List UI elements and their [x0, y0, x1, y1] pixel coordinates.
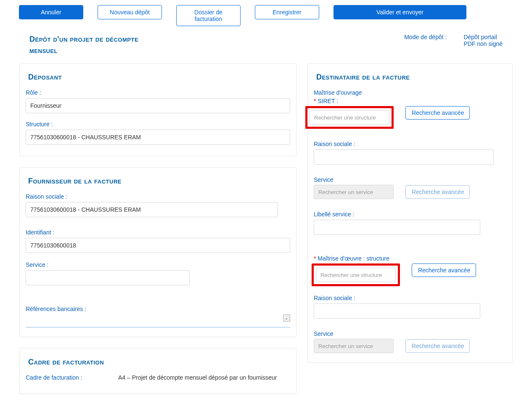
required-star-icon: *: [314, 255, 316, 262]
service2-advanced-search-button[interactable]: Recherche avancée: [405, 339, 470, 353]
fourn-refbanc-label: Références bancaires :: [26, 306, 290, 312]
dest-raison2-label: Raison sociale :: [314, 295, 506, 301]
service2-header: Service: [314, 330, 506, 337]
page-title: Dépôt d'un projet de décompte mensuel: [29, 34, 139, 56]
fourn-service-input[interactable]: [26, 270, 190, 285]
deposit-mode-line1: Dépôt portail: [463, 34, 503, 40]
page-header: Dépôt d'un projet de décompte mensuel Mo…: [13, 31, 519, 59]
card-deposant: Déposant Rôle : Structure :: [19, 63, 296, 156]
fourn-identifiant-label: Identifiant :: [26, 229, 290, 236]
moe-label-text: Maîtrise d'œuvre : structure: [318, 255, 389, 262]
card-destinataire: Destinataire de la facture Maîtrise d'ou…: [307, 63, 513, 363]
siret-advanced-search-button[interactable]: Recherche avancée: [405, 106, 470, 120]
deposit-mode-value: Dépôt portail PDF non signé: [463, 34, 503, 47]
card-cadre: Cadre de facturation Cadre de facturatio…: [19, 348, 296, 394]
dest-raison2-input[interactable]: [314, 303, 480, 319]
role-label: Rôle :: [26, 89, 290, 96]
validate-send-button[interactable]: Valider et envoyer: [333, 5, 466, 19]
cancel-button[interactable]: Annuler: [19, 5, 83, 19]
service2-search-input[interactable]: [314, 339, 394, 353]
libelle-service-input[interactable]: [314, 220, 480, 235]
moa-label: Maîtrise d'ouvrage: [314, 89, 506, 96]
fourn-service-label: Service :: [26, 261, 290, 268]
toolbar: Annuler Nouveau dépôt Dossier de factura…: [13, 0, 519, 31]
main-columns: Déposant Rôle : Structure : Fournisseur …: [13, 59, 519, 394]
role-input[interactable]: [26, 98, 290, 113]
save-button[interactable]: Enregistrer: [255, 5, 319, 19]
siret-highlight: [305, 106, 394, 129]
fournisseur-title: Fournisseur de la facture: [28, 177, 288, 186]
moe-label: * Maîtrise d'œuvre : structure: [314, 255, 506, 262]
fourn-raison-input[interactable]: [26, 202, 278, 217]
fourn-identifiant-input[interactable]: [26, 238, 290, 253]
refbanc-select[interactable]: ⌄: [26, 314, 290, 327]
siret-label-text: SIRET :: [318, 98, 338, 104]
structure-input[interactable]: [26, 130, 290, 145]
siret-label: * SIRET :: [314, 98, 506, 104]
dest-title: Destinataire de la facture: [316, 73, 504, 82]
dest-raison-label: Raison sociale :: [314, 141, 506, 147]
billing-folder-button[interactable]: Dossier de facturation: [176, 5, 241, 26]
moe-highlight: [312, 263, 400, 286]
refbanc-value: [26, 314, 290, 327]
left-column: Déposant Rôle : Structure : Fournisseur …: [19, 63, 296, 394]
cadre-title: Cadre de facturation: [28, 358, 288, 367]
siret-search-input[interactable]: [310, 110, 389, 125]
required-star-icon: *: [314, 98, 316, 104]
service-header: Service: [314, 176, 506, 183]
deposant-title: Déposant: [28, 73, 288, 82]
dest-raison-input[interactable]: [314, 149, 494, 165]
fourn-raison-label: Raison sociale :: [26, 193, 290, 200]
card-fournisseur: Fournisseur de la facture Raison sociale…: [19, 167, 296, 337]
right-column: Destinataire de la facture Maîtrise d'ou…: [307, 63, 513, 363]
deposit-mode-block: Mode de dépôt : Dépôt portail PDF non si…: [404, 34, 503, 47]
service-search-input[interactable]: [314, 185, 394, 199]
deposit-mode-line2: PDF non signé: [463, 40, 503, 47]
new-deposit-button[interactable]: Nouveau dépôt: [98, 5, 162, 19]
chevron-down-icon: ⌄: [283, 314, 290, 322]
cadre-label: Cadre de facturation :: [26, 374, 93, 381]
moe-advanced-search-button[interactable]: Recherche avancée: [412, 263, 476, 277]
cadre-value: A4 – Projet de décompte mensuel déposé p…: [118, 374, 277, 381]
libelle-service-label: Libellé service :: [314, 211, 506, 218]
deposit-mode-label: Mode de dépôt :: [404, 34, 447, 47]
service-advanced-search-button[interactable]: Recherche avancée: [405, 185, 470, 199]
moe-search-input[interactable]: [316, 268, 396, 282]
structure-label: Structure :: [26, 121, 290, 128]
